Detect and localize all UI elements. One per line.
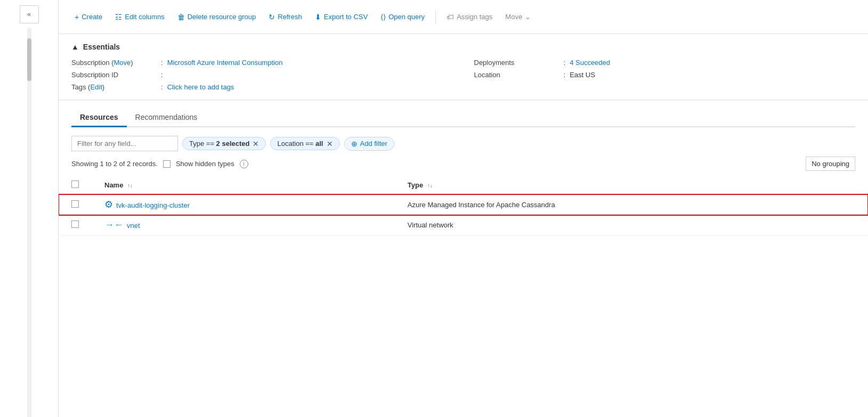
chevron-up-icon: ▲ <box>71 43 79 51</box>
row-name-cell: ⚙tvk-audit-logging-cluster <box>92 194 395 215</box>
tags-value-link[interactable]: Click here to add tags <box>167 83 234 91</box>
location-label: Location <box>474 71 559 79</box>
tags-label: Tags (Edit) <box>71 83 157 91</box>
subscription-label: Subscription (Move) <box>71 59 157 67</box>
vnet-icon: →← <box>104 219 124 231</box>
resource-name-link[interactable]: vnet <box>127 222 140 230</box>
location-filter-close[interactable]: ✕ <box>327 140 333 148</box>
essentials-section: ▲ Essentials Subscription (Move) : <box>59 34 868 100</box>
type-filter-tag[interactable]: Type == 2 selected ✕ <box>182 137 266 150</box>
move-button[interactable]: Move ⌄ <box>500 10 536 24</box>
location-value: East US <box>570 71 595 79</box>
name-sort-icon: ↑↓ <box>127 183 133 189</box>
type-filter-close[interactable]: ✕ <box>253 140 259 148</box>
toolbar: + Create ☷ Edit columns 🗑 Delete resourc… <box>59 0 868 34</box>
type-column-header[interactable]: Type ↑↓ <box>395 176 868 194</box>
deployments-label: Deployments <box>474 59 559 67</box>
create-button[interactable]: + Create <box>69 10 108 24</box>
tab-resources[interactable]: Resources <box>71 109 127 127</box>
edit-columns-button[interactable]: ☷ Edit columns <box>110 10 169 24</box>
table-header-row: Name ↑↓ Type ↑↓ <box>59 176 868 194</box>
info-icon[interactable]: i <box>240 160 248 168</box>
sidebar: « <box>0 0 59 417</box>
location-row: Location : East US <box>474 71 856 79</box>
tabs-bar: Resources Recommendations <box>71 109 855 127</box>
deployments-value-link[interactable]: 4 Succeeded <box>570 59 610 67</box>
refresh-icon: ↻ <box>269 13 275 21</box>
location-filter-label: Location == all <box>277 140 323 148</box>
subscription-move-link[interactable]: Move <box>114 59 131 67</box>
download-icon: ⬇ <box>315 13 321 21</box>
no-grouping-button[interactable]: No grouping <box>806 157 855 171</box>
row-type-cell: Azure Managed Instance for Apache Cassan… <box>395 194 868 215</box>
resources-table: Name ↑↓ Type ↑↓ ⚙tvk-audit-logging-clust… <box>59 176 868 235</box>
delete-rg-button[interactable]: 🗑 Delete resource group <box>172 10 262 24</box>
table-row: →←vnetVirtual network <box>59 215 868 235</box>
tags-row: Tags (Edit) : Click here to add tags <box>71 83 453 91</box>
records-count-text: Showing 1 to 2 of 2 records. <box>71 160 158 168</box>
trash-icon: 🗑 <box>177 13 185 21</box>
subscription-id-row: Subscription ID : <box>71 71 453 79</box>
scrollbar-area <box>27 28 31 417</box>
subscription-value-link[interactable]: Microsoft Azure Internal Consumption <box>167 59 283 67</box>
row-checkbox[interactable] <box>71 200 79 208</box>
subscription-row: Subscription (Move) : Microsoft Azure In… <box>71 59 453 67</box>
add-filter-icon: ⊕ <box>351 140 358 148</box>
records-bar: Showing 1 to 2 of 2 records. Show hidden… <box>71 157 855 171</box>
tabs-section: Resources Recommendations <box>59 100 868 127</box>
select-all-checkbox[interactable] <box>71 181 79 188</box>
table-row: ⚙tvk-audit-logging-clusterAzure Managed … <box>59 194 868 215</box>
essentials-title: Essentials <box>83 43 120 51</box>
plus-icon: + <box>75 13 79 21</box>
chevron-left-icon: « <box>27 11 31 18</box>
select-all-header <box>59 176 92 194</box>
query-icon: ⟨⟩ <box>380 13 386 21</box>
row-type-cell: Virtual network <box>395 215 868 235</box>
row-checkbox[interactable] <box>71 220 79 228</box>
deployments-row: Deployments : 4 Succeeded <box>474 59 856 67</box>
tags-edit-link[interactable]: Edit <box>90 83 102 91</box>
resource-name-link[interactable]: tvk-audit-logging-cluster <box>116 201 190 209</box>
tag-icon: 🏷 <box>447 13 454 21</box>
location-filter-tag[interactable]: Location == all ✕ <box>270 137 339 150</box>
toolbar-divider <box>435 11 436 23</box>
content-area: ▲ Essentials Subscription (Move) : <box>59 34 868 417</box>
essentials-header[interactable]: ▲ Essentials <box>71 43 855 51</box>
row-name-cell: →←vnet <box>92 215 395 235</box>
sidebar-toggle[interactable]: « <box>20 5 39 23</box>
export-csv-button[interactable]: ⬇ Export to CSV <box>310 10 373 24</box>
show-hidden-checkbox[interactable] <box>163 160 171 168</box>
open-query-button[interactable]: ⟨⟩ Open query <box>375 10 430 24</box>
assign-tags-button[interactable]: 🏷 Assign tags <box>441 10 498 24</box>
filter-bar: Type == 2 selected ✕ Location == all ✕ ⊕… <box>71 136 855 151</box>
add-filter-button[interactable]: ⊕ Add filter <box>344 137 394 151</box>
essentials-right: Deployments : 4 Succeeded <box>474 59 856 91</box>
scrollbar-thumb[interactable] <box>27 38 31 81</box>
chevron-down-icon: ⌄ <box>525 13 531 21</box>
name-column-header[interactable]: Name ↑↓ <box>92 176 395 194</box>
essentials-left: Subscription (Move) : Microsoft Azure In… <box>71 59 453 91</box>
main-content: + Create ☷ Edit columns 🗑 Delete resourc… <box>59 0 868 417</box>
show-hidden-types-label: Show hidden types <box>176 160 234 168</box>
essentials-grid: Subscription (Move) : Microsoft Azure In… <box>71 59 855 91</box>
type-filter-label: Type == 2 selected <box>189 140 249 148</box>
type-sort-icon: ↑↓ <box>427 183 433 189</box>
columns-icon: ☷ <box>115 13 122 21</box>
filter-input[interactable] <box>71 136 178 151</box>
tab-recommendations[interactable]: Recommendations <box>127 109 206 127</box>
cassandra-icon: ⚙ <box>104 199 113 210</box>
refresh-button[interactable]: ↻ Refresh <box>263 10 307 24</box>
subscription-id-label: Subscription ID <box>71 71 157 79</box>
